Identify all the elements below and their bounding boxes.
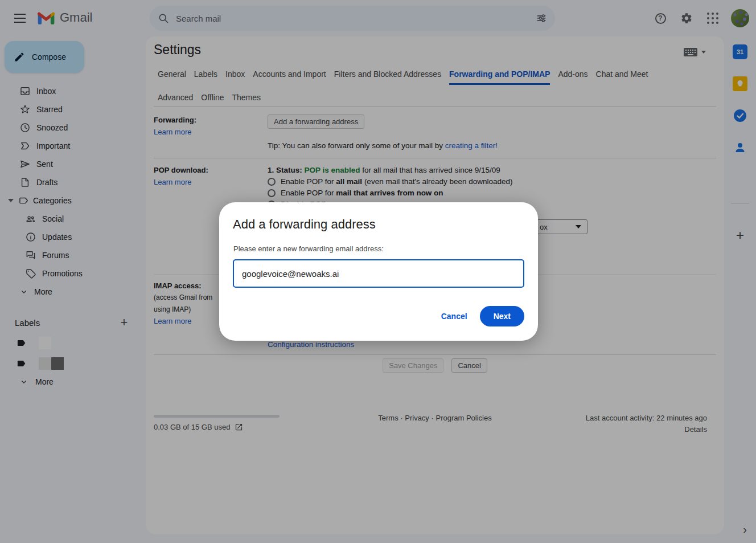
dialog-next-button[interactable]: Next	[480, 306, 524, 326]
dialog-prompt: Please enter a new forwarding email addr…	[233, 244, 384, 253]
gmail-app: Gmail ?	[0, 0, 756, 543]
forwarding-email-input[interactable]	[233, 259, 524, 288]
dialog-cancel-button[interactable]: Cancel	[441, 312, 467, 321]
dialog-actions: Cancel Next	[441, 306, 524, 326]
add-forwarding-address-dialog: Add a forwarding address Please enter a …	[219, 202, 538, 341]
dialog-title: Add a forwarding address	[233, 217, 376, 232]
